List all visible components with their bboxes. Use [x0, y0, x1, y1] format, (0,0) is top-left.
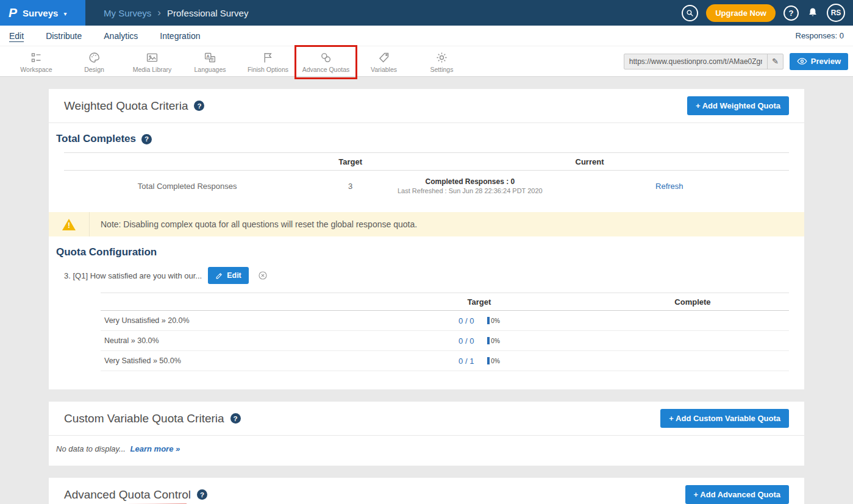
advance-quotas-icon — [319, 51, 332, 64]
product-menu-label: Surveys — [23, 8, 58, 18]
add-custom-variable-quota-button[interactable]: + Add Custom Variable Quota — [660, 409, 789, 428]
toolbar-item-workspace[interactable]: Workspace — [7, 50, 65, 73]
add-advanced-quota-button[interactable]: + Add Advanced Quota — [685, 485, 789, 504]
quota-label: Very Satisfied » 50.0% — [101, 357, 362, 365]
responses-count: Responses: 0 — [796, 31, 844, 40]
quota-row: Very Satisfied » 50.0% 0 / 1 0% — [101, 351, 789, 371]
empty-state: No data to display... Learn more » — [49, 436, 804, 466]
tab-integration[interactable]: Integration — [160, 31, 200, 41]
note-text: Note: Disabling complex quota for all qu… — [90, 212, 417, 236]
quota-row: Neutral » 30.0% 0 / 0 0% — [101, 331, 789, 351]
table-header-row: Target Complete — [101, 293, 789, 311]
completed-responses: Completed Responses : 0 — [390, 177, 550, 186]
last-refreshed: Last Refreshed : Sun Jun 28 22:36:24 PDT… — [390, 187, 550, 194]
advanced-quota-title: Advanced Quota Control — [64, 488, 207, 502]
main-content: Weighted Quota Criteria + Add Weighted Q… — [0, 77, 853, 504]
tab-distribute[interactable]: Distribute — [46, 31, 82, 41]
search-icon — [686, 9, 694, 17]
breadcrumb-current: Professional Survey — [167, 8, 248, 18]
workspace-icon — [30, 51, 43, 64]
row-label: Total Completed Responses — [64, 182, 310, 191]
remove-quota-icon[interactable] — [258, 271, 268, 280]
progress-percent: 0% — [491, 358, 499, 364]
current-status: Completed Responses : 0 Last Refreshed :… — [390, 177, 550, 194]
edit-url-pencil-icon[interactable]: ✎ — [767, 54, 783, 69]
edit-toolbar: Workspace Design Media Library A Languag… — [0, 46, 853, 77]
breadcrumb-my-surveys[interactable]: My Surveys — [104, 8, 151, 18]
survey-url-box: ✎ — [624, 54, 783, 69]
progress-percent: 0% — [491, 338, 499, 344]
top-navbar: P Surveys ▾ My Surveys › Professional Su… — [0, 0, 853, 26]
column-complete: Complete — [596, 297, 789, 307]
survey-url-input[interactable] — [624, 57, 767, 66]
custom-variable-quota-card: Custom Variable Quota Criteria + Add Cus… — [49, 402, 804, 466]
toolbar-item-design[interactable]: Design — [65, 50, 123, 73]
toolbar-item-languages[interactable]: A Languages — [181, 50, 239, 73]
upgrade-now-button[interactable]: Upgrade Now — [706, 4, 776, 22]
table-header-row: Target Current — [64, 152, 789, 171]
preview-button[interactable]: Preview — [790, 53, 848, 70]
quota-configuration-table: Target Complete Very Unsatisfied » 20.0%… — [101, 293, 789, 371]
refresh-link[interactable]: Refresh — [655, 182, 683, 191]
toolbar-item-variables[interactable]: Variables — [355, 50, 413, 73]
column-current: Current — [390, 157, 789, 166]
avatar[interactable]: RS — [827, 4, 845, 22]
media-library-icon — [146, 51, 159, 64]
total-completes-heading: Total Completes — [56, 133, 789, 145]
weighted-quota-title: Weighted Quota Criteria — [64, 99, 204, 113]
quota-label: Very Unsatisfied » 20.0% — [101, 316, 362, 325]
question-row: 3. [Q1] How satisfied are you with our..… — [64, 267, 789, 284]
breadcrumb-separator-icon: › — [157, 7, 161, 19]
custom-variable-quota-header: Custom Variable Quota Criteria + Add Cus… — [49, 402, 804, 436]
progress-percent: 0% — [491, 318, 499, 324]
quota-label: Neutral » 30.0% — [101, 336, 362, 345]
advanced-quota-card: Advanced Quota Control + Add Advanced Qu… — [49, 478, 804, 504]
topbar-actions: Upgrade Now RS — [682, 4, 853, 22]
help-icon[interactable] — [194, 101, 204, 111]
edit-question-quota-button[interactable]: Edit — [208, 267, 249, 284]
search-button[interactable] — [682, 5, 698, 21]
questionpro-logo: P — [9, 5, 17, 20]
advanced-quota-header: Advanced Quota Control + Add Advanced Qu… — [49, 478, 804, 504]
custom-variable-quota-title: Custom Variable Quota Criteria — [64, 412, 241, 425]
chevron-down-icon: ▾ — [63, 10, 66, 17]
weighted-quota-header: Weighted Quota Criteria + Add Weighted Q… — [49, 89, 804, 123]
toolbar-item-settings[interactable]: Settings — [413, 50, 471, 73]
toolbar-item-media-library[interactable]: Media Library — [123, 50, 181, 73]
quota-target-value[interactable]: 0 / 1 — [459, 357, 474, 366]
toolbar-item-finish-options[interactable]: Finish Options — [239, 50, 297, 73]
variables-icon — [377, 51, 390, 64]
svg-text:A: A — [206, 53, 210, 59]
warning-icon — [62, 219, 76, 230]
survey-nav-tabs: Edit Distribute Analytics Integration Re… — [0, 26, 853, 46]
quota-configuration-heading: Quota Configuration — [56, 246, 789, 258]
languages-icon: A — [204, 51, 216, 64]
quota-row: Very Unsatisfied » 20.0% 0 / 0 0% — [101, 311, 789, 331]
empty-text: No data to display... — [56, 444, 126, 453]
settings-icon — [435, 51, 448, 64]
finish-options-icon — [262, 51, 274, 64]
quota-target-value[interactable]: 0 / 0 — [459, 316, 474, 325]
learn-more-link[interactable]: Learn more » — [130, 444, 180, 453]
design-icon — [88, 51, 101, 64]
help-icon[interactable] — [197, 489, 207, 500]
toolbar-item-advance-quotas[interactable]: Advance Quotas — [297, 50, 355, 73]
tab-analytics[interactable]: Analytics — [104, 31, 138, 41]
help-icon[interactable] — [230, 413, 241, 424]
progress-bar — [487, 317, 490, 324]
quota-note-banner: Note: Disabling complex quota for all qu… — [49, 212, 804, 236]
product-menu[interactable]: P Surveys ▾ — [0, 0, 85, 26]
column-target: Target — [362, 297, 596, 307]
help-icon[interactable] — [141, 134, 152, 144]
target-value: 3 — [310, 182, 390, 191]
bell-icon[interactable] — [807, 7, 819, 19]
edit-icon — [215, 272, 223, 280]
help-button[interactable] — [783, 5, 799, 21]
add-weighted-quota-button[interactable]: + Add Weighted Quota — [687, 96, 789, 115]
weighted-quota-card: Weighted Quota Criteria + Add Weighted Q… — [49, 89, 804, 389]
tab-edit[interactable]: Edit — [9, 31, 24, 41]
eye-icon — [797, 57, 807, 65]
breadcrumb: My Surveys › Professional Survey — [104, 7, 248, 19]
quota-target-value[interactable]: 0 / 0 — [459, 336, 474, 346]
question-label: 3. [Q1] How satisfied are you with our..… — [64, 271, 202, 280]
